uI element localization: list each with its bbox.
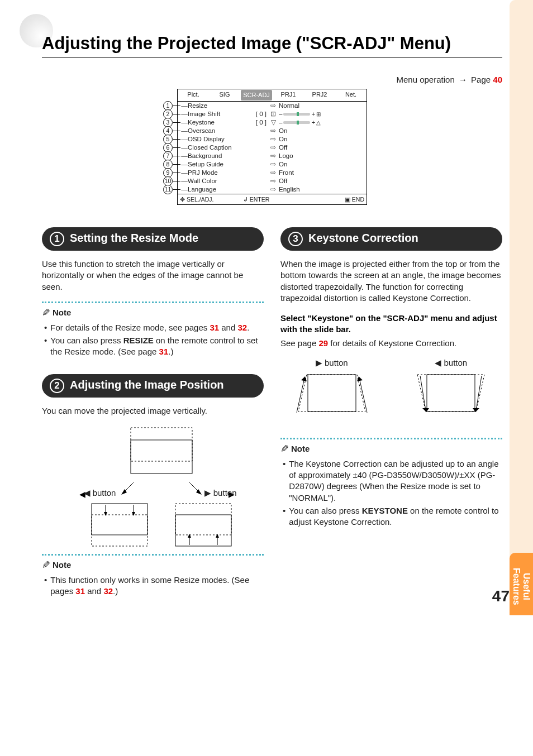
svg-marker-25 xyxy=(357,376,363,381)
svg-rect-7 xyxy=(92,515,147,546)
svg-rect-0 xyxy=(131,428,192,461)
svg-marker-15 xyxy=(188,534,191,538)
osd-row: 2—Image Shift[ 0 ]⊡–+⊞ xyxy=(178,110,367,118)
osd-menu-diagram: Pict.SIGSCR-ADJPRJ1PRJ2Net. 1—Resize⇨Nor… xyxy=(177,89,367,205)
note-heading: ✎Note xyxy=(42,307,264,319)
svg-marker-17 xyxy=(216,534,219,538)
osd-row: 11—Language⇨English xyxy=(178,185,367,194)
svg-rect-21 xyxy=(308,375,356,412)
note-heading: ✎Note xyxy=(280,443,502,455)
section-1-body: Use this function to stretch the image v… xyxy=(42,259,264,293)
section-3-body: When the image is projected either from … xyxy=(280,259,502,304)
osd-row: 6—Closed Caption⇨Off xyxy=(178,143,367,152)
svg-line-30 xyxy=(476,376,482,410)
note-item: • The Keystone Correction can be adjuste… xyxy=(283,458,502,504)
svg-rect-13 xyxy=(175,504,231,535)
osd-row: 4—Overscan⇨On xyxy=(178,127,367,135)
note-item: • For details of the Resize mode, see pa… xyxy=(44,322,264,333)
osd-tab: PRJ2 xyxy=(304,89,335,101)
section-heading-1: 1 Setting the Resize Mode xyxy=(42,227,264,251)
osd-tab: SCR-ADJ xyxy=(241,90,272,101)
osd-row: 3—Keystone[ 0 ]▽–+△ xyxy=(178,118,367,127)
keystone-ref: See page 29 for details of Keystone Corr… xyxy=(280,338,502,349)
osd-row: 1—Resize⇨Normal xyxy=(178,102,367,110)
svg-rect-27 xyxy=(427,375,475,412)
section-heading-2: 2 Adjusting the Image Position xyxy=(42,374,264,398)
svg-line-22 xyxy=(297,378,304,413)
osd-tab: Pict. xyxy=(178,89,209,101)
menu-operation-ref: Menu operation → Page 40 xyxy=(42,75,502,84)
svg-marker-23 xyxy=(301,376,307,381)
osd-row: 8—Setup Guide⇨On xyxy=(178,160,367,169)
note-item: • You can also press KEYSTONE on the rem… xyxy=(283,505,502,528)
svg-marker-26 xyxy=(417,375,484,412)
osd-tab: SIG xyxy=(209,89,240,101)
page-title: Adjusting the Projected Image ("SCR-ADJ"… xyxy=(42,34,502,58)
note-heading: ✎Note xyxy=(42,559,264,571)
image-shift-diagram: ◀ ▶ ◀ button ▶ button xyxy=(42,425,264,498)
note-item: • You can also press RESIZE on the remot… xyxy=(44,335,264,358)
osd-tab: PRJ1 xyxy=(273,89,304,101)
svg-rect-1 xyxy=(131,440,192,473)
osd-row: 7—Background⇨Logo xyxy=(178,152,367,160)
svg-marker-20 xyxy=(298,375,365,412)
svg-rect-12 xyxy=(175,515,231,546)
svg-marker-11 xyxy=(132,512,135,516)
keystone-diagram: ▶ button ◀ button xyxy=(280,358,502,425)
section-2-body: You can move the projected image vertica… xyxy=(42,405,264,417)
section-heading-3: 3 Keystone Correction xyxy=(280,227,502,251)
svg-line-28 xyxy=(420,376,426,410)
note-item: • This function only works in some Resiz… xyxy=(44,575,264,597)
svg-marker-9 xyxy=(104,512,107,516)
svg-line-24 xyxy=(359,378,367,413)
osd-row: 5—OSD Display⇨On xyxy=(178,135,367,143)
osd-row: 10—Wall Color⇨Off xyxy=(178,177,367,185)
svg-rect-6 xyxy=(92,504,147,535)
osd-row: 9—PRJ Mode⇨Front xyxy=(178,169,367,177)
osd-tab: Net. xyxy=(335,89,367,101)
